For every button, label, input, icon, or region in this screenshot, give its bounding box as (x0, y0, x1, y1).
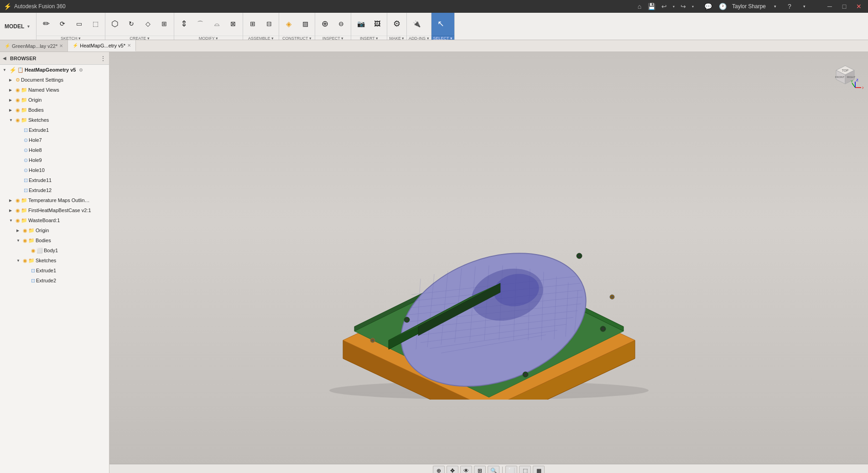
more-create-btn[interactable]: ⊞ (156, 14, 172, 35)
sketches-item[interactable]: ▼ ◉ 📁 Sketches (0, 115, 109, 125)
sketch-grid-btn[interactable]: ⬚ (88, 14, 103, 35)
extrude11-item[interactable]: ▶ ⊡ Extrude11 (0, 175, 109, 185)
root-item[interactable]: ▼ ⚡ 📋 HeatMapGeometry v5 ⚙ (0, 65, 109, 75)
tab-heatmap[interactable]: ⚡ HeatMapG...etry v5* ✕ (68, 40, 136, 52)
hole10-item[interactable]: ▶ ⊙ Hole10 (0, 165, 109, 175)
wb-origin-arrow: ▶ (16, 229, 22, 233)
save-button[interactable]: 💾 (646, 1, 657, 11)
3d-model-svg (284, 117, 694, 400)
select-btn[interactable]: ↖ (433, 14, 449, 35)
user-name: Taylor Sharpe (732, 3, 766, 10)
origin-arrow: ▶ (9, 98, 15, 102)
wasteboard-bodies-item[interactable]: ▼ ◉ 📁 Bodies (0, 235, 109, 245)
shell-btn[interactable]: ⊠ (225, 14, 241, 35)
named-views-name: Named Views (28, 87, 59, 93)
notification-button[interactable]: 💬 (703, 1, 714, 11)
tab-greenmap-close[interactable]: ✕ (59, 43, 63, 48)
body1-item[interactable]: ▶ ◉ ⬜ Body1 (0, 245, 109, 255)
hole7-item[interactable]: ▶ ⊙ Hole7 (0, 135, 109, 145)
clock-button[interactable]: 🕐 (717, 1, 728, 11)
document-settings-item[interactable]: ▶ ⚙ Document Settings (0, 75, 109, 85)
firstheatmap-folder-icon: 📁 (21, 208, 27, 213)
tab-heatmap-icon: ⚡ (73, 43, 78, 48)
wb-extrude2-item[interactable]: ▶ ⊡ Extrude2 (0, 275, 109, 286)
maximize-button[interactable]: □ (839, 1, 850, 11)
sketch-btn[interactable]: ✏ (38, 14, 54, 35)
zoom-btn[interactable]: 🔍 (488, 466, 499, 473)
viewcube[interactable]: TOP FRONT RIGHT X Y Z (827, 57, 863, 93)
wb-extrude1-item[interactable]: ▶ ⊡ Extrude1 (0, 265, 109, 275)
home-button[interactable]: ⌂ (634, 1, 645, 11)
extrude-btn[interactable]: ⬡ (107, 14, 123, 35)
press-pull-btn[interactable]: ⇕ (176, 14, 192, 35)
wasteboard-sketches-item[interactable]: ▼ ◉ 📁 Sketches (0, 255, 109, 265)
bodies-item[interactable]: ▶ ◉ 📁 Bodies (0, 105, 109, 115)
wb-sketches-name: Sketches (36, 258, 56, 263)
firstheatmap-item[interactable]: ▶ ◉ 📁 FirstHeatMapBestCase v2:1 (0, 205, 109, 215)
hole9-item[interactable]: ▶ ⊙ Hole9 (0, 155, 109, 165)
user-dropdown[interactable]: ▾ (769, 1, 780, 11)
display-mode-btn[interactable]: ⬜ (505, 466, 517, 473)
doc-settings-arrow: ▶ (9, 78, 15, 82)
firstheatmap-name: FirstHeatMapBestCase v2:1 (28, 208, 91, 213)
firstheatmap-arrow: ▶ (9, 208, 15, 213)
measure-btn[interactable]: ⊕ (317, 14, 333, 35)
undo-dropdown[interactable]: ▾ (671, 1, 676, 11)
orbit-btn[interactable]: ⊕ (433, 466, 445, 473)
wasteboard-origin-item[interactable]: ▶ ◉ 📁 Origin (0, 225, 109, 235)
loft-btn[interactable]: ◇ (140, 14, 156, 35)
insert-canvas-btn[interactable]: 📷 (353, 14, 369, 35)
visual-style-btn[interactable]: ⬚ (519, 466, 531, 473)
new-component-btn[interactable]: ⊞ (245, 14, 260, 35)
axis-btn[interactable]: ▨ (297, 14, 313, 35)
create-group: ⬡ ↻ ◇ ⊞ CREATE ▾ (105, 13, 174, 40)
undo-button[interactable]: ↩ (659, 1, 670, 11)
svg-text:FRONT: FRONT (835, 76, 845, 78)
revolve-btn[interactable]: ↻ (124, 14, 139, 35)
plane-btn[interactable]: ◈ (281, 14, 296, 35)
viewport[interactable]: TOP FRONT RIGHT X Y Z ⊕ ✥ 👁 ⊞ 🔍 ⬜ ⬚ ▦ (109, 52, 868, 473)
svg-point-38 (405, 318, 408, 321)
hole8-item[interactable]: ▶ ⊙ Hole8 (0, 145, 109, 155)
grid-btn[interactable]: ▦ (533, 466, 545, 473)
browser-options[interactable]: ⋮ (100, 55, 106, 62)
addins-group: 🔌 ADD-INS ▾ (407, 13, 431, 40)
wasteboard-name: WasteBoard:1 (28, 218, 60, 223)
main-area: ◀ BROWSER ⋮ ▼ ⚡ 📋 HeatMapGeometry v5 ⚙ ▶… (0, 52, 868, 473)
make-label: MAKE ▾ (387, 36, 406, 41)
tab-heatmap-close[interactable]: ✕ (127, 43, 131, 48)
named-views-folder-icon: 📁 (21, 87, 27, 93)
look-at-btn[interactable]: 👁 (460, 466, 472, 473)
sketch-rect-btn[interactable]: ▭ (71, 14, 87, 35)
extrude1-item[interactable]: ▶ ⊡ Extrude1 (0, 125, 109, 135)
tab-greenmap[interactable]: ⚡ GreenMap...lay v22* ✕ (0, 40, 68, 52)
mode-selector[interactable]: MODEL ▾ (0, 13, 36, 40)
root-settings-icon[interactable]: ⚙ (79, 68, 83, 73)
pan-btn[interactable]: ✥ (447, 466, 458, 473)
help-button[interactable]: ? (784, 1, 795, 11)
3dprint-btn[interactable]: ⚙ (389, 14, 405, 35)
fillet-btn[interactable]: ⌒ (192, 14, 208, 35)
minimize-button[interactable]: ─ (824, 1, 835, 11)
joint-btn[interactable]: ⊟ (261, 14, 277, 35)
options-dropdown[interactable]: ▾ (690, 1, 696, 11)
browser-collapse-arrow[interactable]: ◀ (3, 56, 6, 61)
zoom-fit-btn[interactable]: ⊞ (474, 466, 486, 473)
chamfer-btn[interactable]: ⌓ (209, 14, 224, 35)
named-views-item[interactable]: ▶ ◉ 📁 Named Views (0, 85, 109, 95)
wb-bodies-name: Bodies (36, 238, 51, 243)
scripts-btn[interactable]: 🔌 (409, 14, 424, 35)
section-analysis-btn[interactable]: ⊖ (333, 14, 349, 35)
extrude12-item[interactable]: ▶ ⊡ Extrude12 (0, 185, 109, 195)
redo-button[interactable]: ↪ (678, 1, 689, 11)
wasteboard-item[interactable]: ▼ ◉ 📁 WasteBoard:1 (0, 215, 109, 225)
finish-sketch-btn[interactable]: ⟳ (55, 14, 70, 35)
wb-bodies-arrow: ▼ (16, 239, 22, 243)
tab-heatmap-label: HeatMapG...etry v5* (80, 43, 125, 48)
insert-decal-btn[interactable]: 🖼 (369, 14, 385, 35)
construct-label: CONSTRUCT ▾ (279, 36, 315, 41)
temp-maps-item[interactable]: ▶ ◉ 📁 Temperature Maps Outline Shape v..… (0, 195, 109, 205)
close-button[interactable]: ✕ (853, 1, 864, 11)
origin-item[interactable]: ▶ ◉ 📁 Origin (0, 95, 109, 105)
help-dropdown[interactable]: ▾ (799, 1, 810, 11)
